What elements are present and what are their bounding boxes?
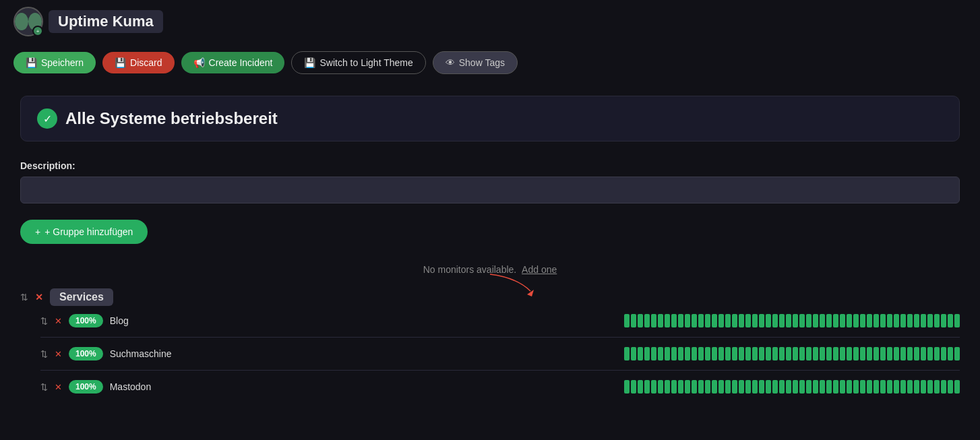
bar: [671, 314, 677, 327]
save-button[interactable]: 💾 Speichern: [13, 52, 96, 73]
bar: [638, 347, 643, 360]
plus-icon: +: [35, 226, 40, 237]
bar: [779, 347, 785, 360]
bar: [954, 380, 960, 394]
bar: [624, 314, 630, 327]
monitor-drag-handle[interactable]: ⇅: [40, 349, 48, 359]
bar: [665, 347, 670, 360]
bar: [826, 380, 832, 394]
add-group-label: + Gruppe hinzufügen: [44, 226, 133, 237]
bar: [900, 347, 906, 360]
bar: [644, 380, 650, 394]
monitor-name: Mastodon: [110, 381, 617, 392]
divider: [40, 337, 960, 338]
group-delete-button[interactable]: ✕: [35, 292, 43, 303]
bar: [779, 314, 785, 327]
uptime-badge: 100%: [69, 380, 103, 394]
bar: [752, 314, 758, 327]
bar: [954, 314, 960, 327]
status-title: Alle Systeme betriebsbereit: [65, 109, 278, 128]
bar: [678, 314, 683, 327]
monitor-delete-button[interactable]: ✕: [55, 349, 62, 359]
status-icon: ✓: [37, 108, 57, 129]
app-title: Uptime Kuma: [49, 10, 163, 33]
bar: [806, 380, 811, 394]
bar: [813, 314, 818, 327]
bar: [739, 347, 744, 360]
bar: [779, 380, 785, 394]
monitor-delete-button[interactable]: ✕: [55, 316, 62, 326]
bar: [948, 380, 953, 394]
bar: [860, 380, 865, 394]
bar: [907, 380, 913, 394]
bar: [806, 347, 811, 360]
monitor-name: Suchmaschine: [110, 348, 617, 359]
bar: [941, 380, 946, 394]
monitor-item: ⇅ ✕ 100% Mastodon: [40, 375, 960, 399]
bar: [894, 314, 899, 327]
bar: [874, 380, 879, 394]
bar: [712, 314, 717, 327]
bar: [732, 347, 737, 360]
bar: [766, 314, 771, 327]
monitor-drag-handle[interactable]: ⇅: [40, 316, 48, 326]
create-incident-button[interactable]: 📢 Create Incident: [181, 52, 285, 73]
bar: [806, 314, 811, 327]
switch-theme-button[interactable]: 💾 Switch to Light Theme: [291, 51, 425, 74]
save-label: Speichern: [41, 57, 84, 68]
bar: [941, 314, 946, 327]
bar: [786, 314, 791, 327]
uptime-badge: 100%: [69, 347, 103, 360]
toolbar: 💾 Speichern 💾 Discard 📢 Create Incident …: [0, 43, 980, 82]
bar: [826, 347, 832, 360]
group-drag-handle[interactable]: ⇅: [20, 292, 28, 303]
bar: [712, 380, 717, 394]
add-group-button[interactable]: + + Gruppe hinzufügen: [20, 220, 148, 244]
bar: [880, 380, 886, 394]
group-services: ⇅ ✕ Services ⇅ ✕ 100% Blog: [20, 288, 960, 399]
bar: [631, 380, 636, 394]
bar: [732, 380, 737, 394]
incident-icon: 📢: [193, 57, 205, 68]
bar: [692, 347, 697, 360]
bar: [665, 314, 670, 327]
bar: [934, 314, 940, 327]
bar: [887, 380, 892, 394]
monitor-delete-button[interactable]: ✕: [55, 382, 62, 392]
bar: [718, 347, 724, 360]
bar: [638, 314, 643, 327]
bar: [752, 380, 758, 394]
monitor-item: ⇅ ✕ 100% Blog: [40, 309, 960, 333]
bar: [772, 314, 778, 327]
bar: [914, 347, 919, 360]
main-content: ✓ Alle Systeme betriebsbereit Descriptio…: [0, 82, 980, 419]
bar: [624, 380, 630, 394]
groups-container: ⇅ ✕ Services ⇅ ✕ 100% Blog: [20, 288, 960, 399]
description-input[interactable]: [20, 177, 960, 203]
bar: [860, 347, 865, 360]
bar: [705, 347, 710, 360]
bar: [860, 314, 865, 327]
bar: [927, 347, 933, 360]
bar: [759, 347, 764, 360]
bar: [887, 314, 892, 327]
show-tags-button[interactable]: 👁 Show Tags: [433, 51, 518, 74]
theme-icon: 💾: [304, 57, 315, 68]
bar: [853, 347, 859, 360]
bar: [921, 380, 926, 394]
bar: [820, 347, 825, 360]
monitor-drag-handle[interactable]: ⇅: [40, 382, 48, 392]
bar: [840, 314, 845, 327]
bar: [766, 347, 771, 360]
bar: [880, 314, 886, 327]
discard-button[interactable]: 💾 Discard: [102, 52, 174, 73]
bar: [853, 314, 859, 327]
bar: [651, 314, 656, 327]
uptime-bars-suchmaschine: [624, 347, 960, 360]
tags-icon: 👁: [446, 57, 455, 68]
bar: [867, 314, 872, 327]
bar: [799, 347, 805, 360]
bar: [671, 380, 677, 394]
bar: [651, 380, 656, 394]
save-icon: 💾: [26, 57, 37, 68]
